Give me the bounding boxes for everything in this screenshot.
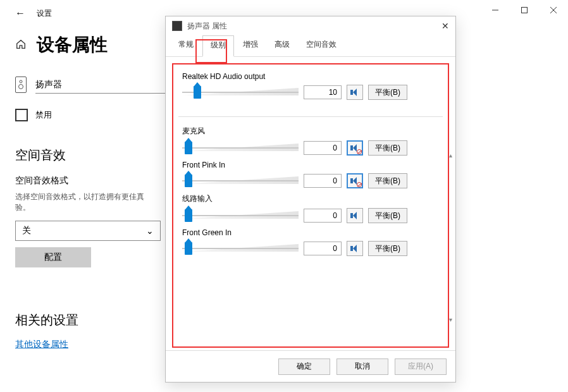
speaker-small-icon: [350, 89, 359, 96]
channel-row: 平衡(B): [178, 140, 443, 156]
svg-point-4: [20, 80, 22, 83]
dialog-content: ▴ ▾ Realtek HD Audio output平衡(B)麦克风平衡(B)…: [172, 63, 449, 348]
tab-enhance[interactable]: 增强: [235, 35, 266, 56]
volume-value-input[interactable]: [304, 242, 342, 255]
balance-button[interactable]: 平衡(B): [368, 85, 407, 100]
format-description: 选择空间音效格式，以打造拥有更佳真验。: [15, 192, 154, 213]
speaker-icon: [15, 77, 27, 93]
cancel-button[interactable]: 取消: [336, 358, 388, 375]
channel: Front Green In平衡(B): [178, 228, 443, 256]
channel: 线路输入平衡(B): [178, 193, 443, 223]
balance-button[interactable]: 平衡(B): [368, 140, 407, 156]
configure-button[interactable]: 配置: [15, 247, 91, 267]
channel: Front Pink In平衡(B): [178, 161, 443, 188]
tab-levels[interactable]: 级别: [202, 35, 234, 57]
volume-value-input[interactable]: [304, 141, 342, 155]
channel-label: Front Green In: [178, 228, 443, 237]
volume-slider[interactable]: [182, 85, 299, 100]
volume-slider[interactable]: [182, 140, 299, 156]
mute-button[interactable]: [347, 208, 363, 223]
speaker-small-icon: [350, 245, 359, 252]
channel: 麦克风平衡(B): [178, 126, 443, 156]
svg-rect-1: [522, 8, 528, 13]
other-device-properties-link[interactable]: 其他设备属性: [15, 339, 68, 349]
volume-value-input[interactable]: [304, 85, 342, 99]
disable-label: 禁用: [35, 109, 52, 121]
channel-row: 平衡(B): [178, 241, 443, 256]
divider: [178, 116, 443, 117]
mute-button[interactable]: [347, 140, 363, 156]
speaker-small-icon: [350, 212, 359, 219]
mute-button[interactable]: [347, 241, 363, 256]
tab-general[interactable]: 常规: [171, 35, 201, 56]
mute-indicator-icon: [357, 149, 362, 154]
volume-value-input[interactable]: [304, 209, 342, 223]
close-button[interactable]: [539, 0, 568, 20]
dialog-footer: 确定 取消 应用(A): [166, 350, 455, 382]
chevron-down-icon: ⌄: [146, 226, 154, 236]
mute-indicator-icon: [357, 182, 362, 187]
channel-row: 平衡(B): [178, 173, 443, 188]
scroll-up-icon[interactable]: ▴: [447, 152, 454, 159]
balance-button[interactable]: 平衡(B): [368, 241, 407, 256]
channel-label: 麦克风: [178, 126, 443, 137]
volume-slider[interactable]: [182, 208, 299, 223]
dialog-speaker-icon: [172, 21, 182, 31]
mute-button[interactable]: [347, 85, 363, 100]
channel-row: 平衡(B): [178, 85, 443, 100]
spatial-format-dropdown[interactable]: 关 ⌄: [15, 221, 161, 241]
channel-label: 线路输入: [178, 193, 443, 204]
svg-point-5: [19, 85, 23, 89]
back-button[interactable]: ←: [15, 8, 25, 19]
apply-button[interactable]: 应用(A): [395, 358, 447, 375]
dialog-title: 扬声器 属性: [187, 21, 227, 32]
volume-slider[interactable]: [182, 241, 299, 256]
ok-button[interactable]: 确定: [278, 358, 330, 375]
balance-button[interactable]: 平衡(B): [368, 208, 407, 223]
volume-value-input[interactable]: [304, 174, 342, 188]
dialog-titlebar[interactable]: 扬声器 属性 ✕: [166, 16, 455, 35]
device-name-input[interactable]: [35, 76, 168, 94]
app-label: 设置: [37, 8, 52, 19]
speaker-properties-dialog: 扬声器 属性 ✕ 常规 级别 增强 高级 空间音效 ▴ ▾ Realtek HD…: [165, 16, 456, 383]
disable-checkbox[interactable]: [15, 109, 28, 121]
channel: Realtek HD Audio output平衡(B): [178, 72, 443, 117]
mute-button[interactable]: [347, 173, 363, 188]
window-controls: [481, 0, 568, 20]
minimize-button[interactable]: [481, 0, 510, 20]
tab-spatial[interactable]: 空间音效: [299, 35, 344, 56]
home-icon[interactable]: [15, 39, 27, 52]
maximize-button[interactable]: [510, 0, 539, 20]
scroll-down-icon[interactable]: ▾: [447, 316, 454, 323]
dialog-close-button[interactable]: ✕: [441, 21, 449, 31]
tab-advanced[interactable]: 高级: [267, 35, 297, 56]
dialog-tabs: 常规 级别 增强 高级 空间音效: [166, 35, 455, 57]
channel-row: 平衡(B): [178, 208, 443, 223]
balance-button[interactable]: 平衡(B): [368, 173, 407, 188]
volume-slider[interactable]: [182, 173, 299, 188]
channel-label: Front Pink In: [178, 161, 443, 169]
dropdown-value: 关: [22, 225, 31, 236]
channel-label: Realtek HD Audio output: [178, 72, 443, 81]
page-title: 设备属性: [37, 33, 108, 57]
